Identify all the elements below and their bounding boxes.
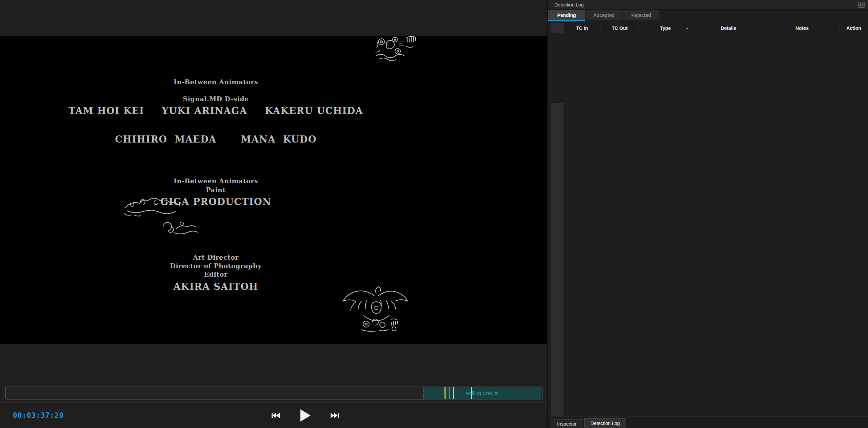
event-marker[interactable] [453, 387, 454, 399]
sketch-doodle-bottom [340, 283, 413, 334]
column-header-notes[interactable]: Notes [765, 23, 840, 33]
application-window: In-Between Animators Signal.MD D-side TA… [0, 0, 868, 428]
skip-back-button[interactable] [271, 412, 280, 419]
detection-log-panel: Detection Log Pending Accepted Rejected … [548, 0, 868, 428]
sketch-doodle-middle-left-2 [160, 216, 200, 236]
credit-name: GIGA PRODUCTION [0, 197, 432, 207]
credit-name: TAM HOI KEI [68, 106, 144, 116]
playhead-marker[interactable] [449, 387, 450, 399]
window-bottom-edge [0, 427, 547, 427]
divider [0, 403, 547, 403]
row-header-strip [551, 103, 564, 416]
credit-caption: In-Between Animators [0, 177, 432, 185]
sort-ascending-icon: ▲ [686, 26, 689, 30]
credit-caption: In-Between Animators [0, 78, 432, 86]
credit-caption: Art Director [0, 254, 432, 261]
float-panel-icon[interactable] [858, 2, 865, 8]
skip-back-icon [271, 412, 280, 419]
table-corner-cell [551, 23, 564, 33]
skip-forward-icon [330, 412, 339, 419]
table-header: TC In TC Out Type ▲ Details Notes Action [551, 23, 868, 33]
column-header-action[interactable]: Action [840, 23, 868, 33]
credit-name: CHIHIRO MAEDA [115, 134, 216, 145]
sketch-doodle-top-right [374, 36, 419, 64]
panel-titlebar[interactable]: Detection Log [548, 0, 868, 10]
credit-name: YUKI ARINAGA [162, 106, 247, 116]
play-icon [299, 409, 311, 422]
event-marker[interactable] [471, 387, 472, 399]
event-marker[interactable] [445, 387, 446, 399]
credit-caption: Paint [0, 186, 432, 193]
credit-names-row: TAM HOI KEI YUKI ARINAGA KAKERU UCHIDA [0, 106, 432, 116]
player-area: In-Between Animators Signal.MD D-side TA… [0, 0, 547, 428]
tab-rejected[interactable]: Rejected [623, 10, 659, 20]
credit-caption: Editor [0, 271, 432, 278]
dock-tab-bar: Inspector Detection Log [548, 416, 868, 428]
credit-name: KAKERU UCHIDA [265, 106, 363, 116]
tab-accepted[interactable]: Accepted [586, 10, 622, 20]
play-button[interactable] [299, 409, 311, 422]
timeline-segment-rolling-credits[interactable]: Rolling Credits [423, 387, 541, 399]
credit-caption: Director of Photography [0, 262, 432, 269]
video-viewport[interactable]: In-Between Animators Signal.MD D-side TA… [0, 36, 547, 344]
tab-pending[interactable]: Pending [548, 10, 585, 20]
credit-name: MANA KUDO [241, 134, 317, 145]
transport-controls [271, 406, 339, 425]
dock-tab-detection-log[interactable]: Detection Log [584, 418, 626, 428]
dock-tab-inspector[interactable]: Inspector [551, 420, 583, 428]
column-header-tc-in[interactable]: TC In [564, 23, 601, 33]
detection-table: TC In TC Out Type ▲ Details Notes Action [551, 23, 868, 416]
column-header-label: Type [660, 25, 671, 31]
column-header-tc-out[interactable]: TC Out [601, 23, 639, 33]
timecode-display: 00:03:37:20 [13, 411, 64, 420]
status-tabs: Pending Accepted Rejected [548, 10, 868, 22]
skip-forward-button[interactable] [330, 412, 339, 419]
panel-title: Detection Log [554, 2, 584, 7]
column-header-type[interactable]: Type ▲ [639, 23, 692, 33]
column-header-details[interactable]: Details [692, 23, 765, 33]
credit-names-row: CHIHIRO MAEDA MANA KUDO [0, 134, 432, 145]
timeline-track[interactable]: Rolling Credits [5, 387, 542, 399]
credit-caption: Signal.MD D-side [0, 95, 432, 103]
sketch-doodle-middle-left [122, 194, 186, 220]
